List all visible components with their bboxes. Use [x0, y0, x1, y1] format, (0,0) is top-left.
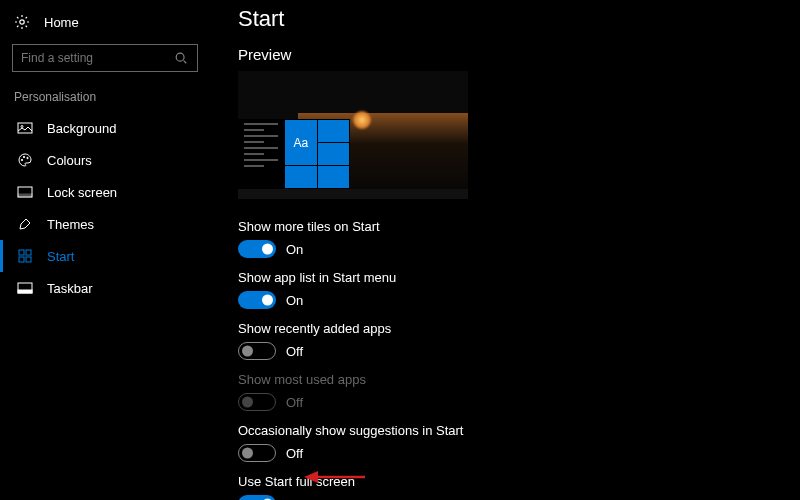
search-field[interactable] [21, 51, 173, 65]
home-button[interactable]: Home [0, 8, 210, 40]
palette-icon [17, 152, 33, 168]
svg-point-1 [176, 53, 184, 61]
toggle-switch [238, 393, 276, 411]
setting-label: Show recently added apps [238, 321, 800, 336]
home-label: Home [44, 15, 79, 30]
sidebar-item-label: Background [47, 121, 116, 136]
lockscreen-icon [17, 184, 33, 200]
sidebar: Home Personalisation Background Colours … [0, 0, 210, 500]
setting-label: Show app list in Start menu [238, 270, 800, 285]
start-icon [17, 248, 33, 264]
preview-tile-aa: Aa [285, 120, 317, 165]
setting-row: Use Start full screenOn [238, 474, 800, 500]
setting-row: Show recently added appsOff [238, 321, 800, 360]
sidebar-item-start[interactable]: Start [0, 240, 210, 272]
toggle-switch[interactable] [238, 291, 276, 309]
svg-rect-14 [18, 290, 32, 293]
toggle-switch[interactable] [238, 240, 276, 258]
setting-label: Use Start full screen [238, 474, 800, 489]
sidebar-item-taskbar[interactable]: Taskbar [0, 272, 210, 304]
page-title: Start [238, 6, 800, 32]
sidebar-item-label: Taskbar [47, 281, 93, 296]
sidebar-item-label: Start [47, 249, 74, 264]
toggle-state-text: On [286, 293, 303, 308]
main-content: Start Preview Aa Show more tiles on Star… [210, 0, 800, 500]
toggle-switch[interactable] [238, 495, 276, 500]
toggle-state-text: On [286, 497, 303, 501]
sidebar-item-label: Lock screen [47, 185, 117, 200]
sidebar-item-label: Themes [47, 217, 94, 232]
picture-icon [17, 120, 33, 136]
setting-label: Show more tiles on Start [238, 219, 800, 234]
setting-row: Show more tiles on StartOn [238, 219, 800, 258]
sidebar-item-colours[interactable]: Colours [0, 144, 210, 176]
search-input[interactable] [12, 44, 198, 72]
sidebar-item-lockscreen[interactable]: Lock screen [0, 176, 210, 208]
toggle-state-text: Off [286, 344, 303, 359]
setting-row: Occasionally show suggestions in StartOf… [238, 423, 800, 462]
sidebar-item-label: Colours [47, 153, 92, 168]
svg-rect-11 [19, 257, 24, 262]
toggle-state-text: On [286, 242, 303, 257]
svg-rect-8 [18, 194, 32, 197]
sidebar-item-themes[interactable]: Themes [0, 208, 210, 240]
svg-rect-9 [19, 250, 24, 255]
setting-row: Show most used appsOff [238, 372, 800, 411]
svg-point-6 [27, 157, 28, 158]
svg-rect-10 [26, 250, 31, 255]
svg-rect-12 [26, 257, 31, 262]
toggle-state-text: Off [286, 446, 303, 461]
preview-label: Preview [238, 46, 800, 63]
setting-label: Occasionally show suggestions in Start [238, 423, 800, 438]
setting-label: Show most used apps [238, 372, 800, 387]
svg-point-3 [21, 126, 23, 128]
start-preview: Aa [238, 71, 468, 199]
svg-point-4 [21, 159, 22, 160]
sidebar-item-background[interactable]: Background [0, 112, 210, 144]
themes-icon [17, 216, 33, 232]
toggle-switch[interactable] [238, 444, 276, 462]
svg-point-5 [23, 156, 24, 157]
svg-point-0 [20, 20, 24, 24]
toggle-state-text: Off [286, 395, 303, 410]
gear-icon [14, 14, 30, 30]
svg-rect-2 [18, 123, 32, 133]
toggle-switch[interactable] [238, 342, 276, 360]
section-header-personalisation: Personalisation [0, 86, 210, 112]
setting-row: Show app list in Start menuOn [238, 270, 800, 309]
search-icon [173, 50, 189, 66]
taskbar-icon [17, 280, 33, 296]
